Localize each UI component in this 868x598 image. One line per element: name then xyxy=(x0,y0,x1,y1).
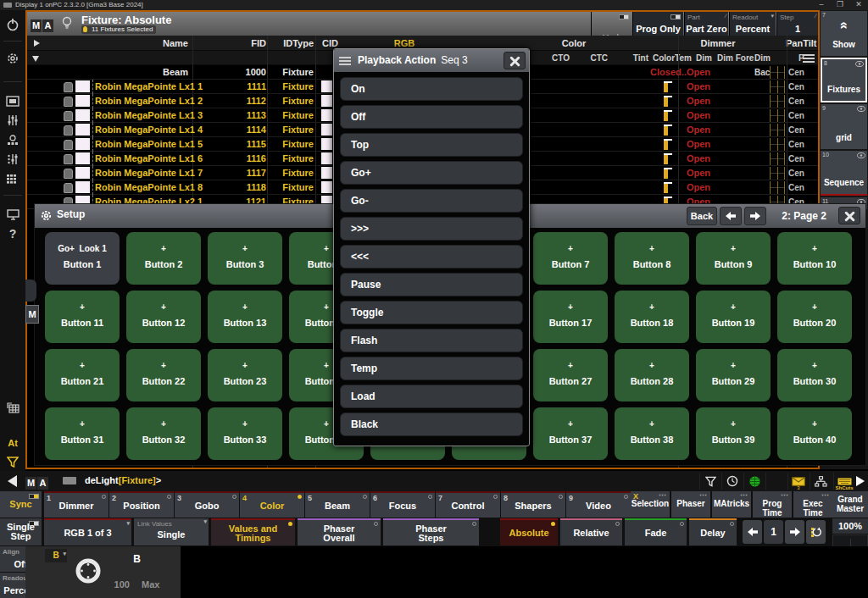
exec-button[interactable]: + Button 17 xyxy=(533,291,608,343)
page-prev-button[interactable] xyxy=(720,207,742,225)
step-selector[interactable]: Step ∕ 1 xyxy=(776,12,818,36)
single-step-toggle[interactable]: Single Step xyxy=(0,518,42,545)
menu-item[interactable]: Go+ xyxy=(340,161,523,185)
feature-tab[interactable]: 5 Beam xyxy=(305,491,370,518)
col-group-dimmer[interactable]: Dimmer xyxy=(654,36,782,51)
page-indicator[interactable]: 2: Page 2 xyxy=(782,210,826,222)
shortcuts-icon[interactable]: ShCuts xyxy=(833,473,854,490)
back-button[interactable]: Back xyxy=(687,207,717,225)
filter-icon[interactable] xyxy=(0,452,25,471)
tool-tab[interactable]: ⋯ Prog Time xyxy=(753,491,792,518)
network-world-icon[interactable] xyxy=(743,473,765,490)
exec-button[interactable]: + Button 39 xyxy=(696,407,771,460)
col-ctc[interactable]: CTC xyxy=(574,51,608,65)
tab-phaser-overall[interactable]: Phaser Overall xyxy=(298,518,381,545)
feature-tab[interactable]: 8 Shapers xyxy=(501,491,565,518)
encoder-settings-icon[interactable] xyxy=(806,520,826,544)
exec-button[interactable]: + Button 40 xyxy=(777,407,852,460)
page-number[interactable]: 1 xyxy=(764,520,783,544)
exec-button[interactable]: + Button 22 xyxy=(126,349,201,401)
keypad-icon[interactable] xyxy=(0,169,25,188)
help-icon[interactable]: ? xyxy=(0,224,25,243)
exec-button[interactable]: + Button 33 xyxy=(208,407,282,460)
exec-button[interactable]: + Button 28 xyxy=(615,349,689,401)
exec-button[interactable]: + Button 21 xyxy=(45,349,120,401)
menu-item[interactable]: Toggle xyxy=(340,301,523,324)
menu-item[interactable]: Flash xyxy=(340,329,523,352)
exec-button[interactable]: + Button 27 xyxy=(533,349,608,401)
command-input[interactable]: deLight[Fixture]> xyxy=(85,475,161,485)
menu-item[interactable]: Off xyxy=(340,105,523,129)
grand-master-tab[interactable]: Grand Master xyxy=(832,491,868,518)
view-button[interactable]: 10 « Sequence xyxy=(821,151,867,196)
menu-item[interactable]: On xyxy=(340,77,523,101)
menu-item[interactable]: Load xyxy=(340,385,523,408)
col-group-pantilt[interactable]: PanTilt xyxy=(786,36,816,51)
keyboard-icon[interactable] xyxy=(63,477,76,484)
play-icon[interactable] xyxy=(856,476,865,486)
ma-logo[interactable]: MA xyxy=(25,474,49,490)
tool-tab[interactable]: ⋯ Exec Time xyxy=(793,491,832,518)
exec-button[interactable]: + Button 9 xyxy=(696,232,771,285)
presets-icon[interactable] xyxy=(0,130,25,149)
exec-button[interactable]: + Button 23 xyxy=(208,349,282,401)
close-icon[interactable] xyxy=(838,207,860,224)
filter-icon[interactable] xyxy=(699,473,721,490)
back-arrow-icon[interactable] xyxy=(8,475,17,487)
exec-button[interactable]: + Button 37 xyxy=(533,407,608,460)
close-icon[interactable] xyxy=(504,52,526,69)
window-grip-m[interactable]: M xyxy=(25,305,39,324)
view-button[interactable]: 8 « Fixtures xyxy=(821,58,867,102)
col-cto[interactable]: CTO xyxy=(536,51,570,65)
menu-item[interactable]: Black xyxy=(340,413,523,436)
exec-button[interactable]: + Button 18 xyxy=(615,291,689,343)
tab-relative[interactable]: Relative xyxy=(560,518,622,545)
exec-button[interactable]: + Button 30 xyxy=(777,349,852,401)
exec-button[interactable]: + Button 19 xyxy=(696,291,771,343)
exec-button[interactable]: + Button 20 xyxy=(777,291,852,343)
exec-button[interactable]: + Button 12 xyxy=(126,291,201,343)
highlight-bulb-icon[interactable] xyxy=(61,16,73,30)
expand-arrow-icon[interactable] xyxy=(34,40,40,47)
feature-tab[interactable]: 2 Position xyxy=(109,491,174,518)
exec-button[interactable]: + Button 31 xyxy=(45,407,120,460)
mask-toolbar-toggle[interactable]: Mask Toolbar xyxy=(591,12,632,36)
page-prev-button[interactable] xyxy=(743,520,762,544)
faders-icon[interactable] xyxy=(0,111,25,130)
view-button[interactable]: 7 « Show xyxy=(821,11,867,56)
menu-item[interactable]: >>> xyxy=(340,217,523,241)
col-dim-fore[interactable]: Dim Fore xyxy=(717,51,754,65)
at-button[interactable]: At xyxy=(0,434,25,452)
tab-delay[interactable]: Delay xyxy=(689,518,737,545)
settings-gear-icon[interactable] xyxy=(0,49,25,68)
menu-icon[interactable] xyxy=(339,55,351,65)
messages-icon[interactable]: 3 xyxy=(787,473,809,490)
views-icon[interactable] xyxy=(0,91,25,110)
mixer-icon[interactable] xyxy=(0,150,25,169)
menu-item[interactable]: Top xyxy=(340,133,523,157)
menu-item[interactable]: Pause xyxy=(340,273,523,296)
feature-tab[interactable]: 3 Gobo xyxy=(175,491,239,518)
view-button[interactable]: 9 « grid xyxy=(821,104,867,149)
tool-tab[interactable]: ⋯ Phaser xyxy=(671,491,710,518)
exec-button[interactable]: + Button 13 xyxy=(208,291,282,343)
feature-tab[interactable]: 9 Video xyxy=(566,491,631,518)
rgb-pager-tab[interactable]: ▾ RGB 1 of 3 xyxy=(44,518,131,545)
col-tint[interactable]: Tint xyxy=(615,51,648,65)
prog-only-toggle[interactable]: Prog Only xyxy=(632,12,683,36)
feature-tab[interactable]: 6 Focus xyxy=(370,491,435,518)
col-idtype[interactable]: IDType xyxy=(249,36,314,51)
dialog-titlebar[interactable]: Playback ActionSeq 3 xyxy=(334,49,529,72)
clock-icon[interactable] xyxy=(721,473,743,490)
menu-item[interactable]: Go- xyxy=(340,189,523,213)
readout-selector[interactable]: Readout ▾ Percent xyxy=(729,12,776,36)
encoder-attribute-chip[interactable]: B▾ xyxy=(45,549,67,562)
minimize-button[interactable]: – xyxy=(812,0,831,10)
feature-tab[interactable]: 4 Color xyxy=(240,491,304,518)
exec-button[interactable]: + Button 7 xyxy=(533,232,608,285)
exec-button[interactable]: + Button 10 xyxy=(777,232,852,285)
tab-absolute[interactable]: Absolute xyxy=(500,518,558,545)
col-dim[interactable]: Dim xyxy=(680,51,712,65)
encoder[interactable]: B▾ B 100Max xyxy=(25,546,181,598)
tools-icon[interactable] xyxy=(0,398,25,417)
